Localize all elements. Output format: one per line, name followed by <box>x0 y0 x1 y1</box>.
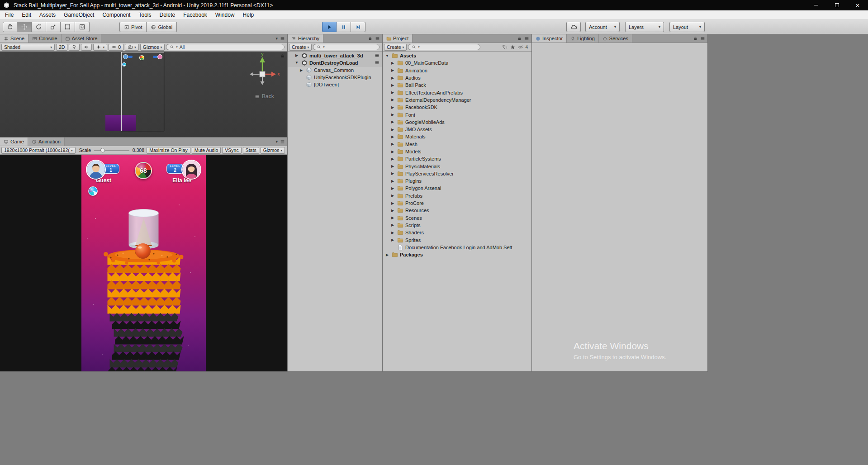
lock-icon[interactable] <box>693 36 698 41</box>
scene-effects-dropdown[interactable]: ▾ <box>93 44 107 51</box>
project-folder-row[interactable]: ▶ Resources <box>383 207 531 214</box>
expand-arrow-icon[interactable]: ▶ <box>390 216 395 220</box>
create-dropdown[interactable]: Create▾ <box>289 44 312 51</box>
expand-arrow-icon[interactable]: ▶ <box>390 157 395 161</box>
pan-tool-button[interactable] <box>3 22 17 32</box>
scene-orientation-gizmo[interactable]: y x <box>244 52 280 88</box>
project-folder-row[interactable]: ▶ Models <box>383 148 531 155</box>
layout-dropdown[interactable]: Layout▾ <box>669 22 705 32</box>
project-folder-row[interactable]: ▶ Materials <box>383 133 531 140</box>
tab-game[interactable]: Game <box>0 138 28 146</box>
project-folder-row[interactable]: ▶ GoogleMobileAds <box>383 119 531 126</box>
2d-toggle[interactable]: 2D <box>56 44 67 51</box>
scene-options-icon[interactable] <box>375 60 379 65</box>
expand-arrow-icon[interactable]: ▶ <box>299 68 304 72</box>
project-document-row[interactable]: Documentation Facebook Login and AdMob S… <box>383 244 531 251</box>
vsync-toggle[interactable]: VSync <box>222 147 241 154</box>
expand-arrow-icon[interactable]: ▶ <box>390 83 395 87</box>
tab-services[interactable]: Services <box>599 34 632 43</box>
menu-item[interactable]: Tools <box>134 10 155 19</box>
search-filter-caret-icon[interactable]: ▾ <box>323 45 325 49</box>
project-packages-row[interactable]: ▶ Packages <box>383 251 531 258</box>
project-folder-row[interactable]: ▶ ParticleSystems <box>383 155 531 162</box>
expand-arrow-icon[interactable]: ▶ <box>390 194 395 198</box>
close-button[interactable]: × <box>847 0 868 10</box>
layers-dropdown[interactable]: Layers▾ <box>625 22 664 32</box>
hierarchy-scene-row[interactable]: ▶ multi_tower_attack_3d <box>288 52 382 59</box>
scene-gizmos-dropdown[interactable]: Gizmos▾ <box>140 44 165 51</box>
expand-arrow-icon[interactable]: ▶ <box>390 223 395 227</box>
project-folder-row[interactable]: ▶ Prefabs <box>383 192 531 199</box>
project-folder-row[interactable]: ▶ FacebookSDK <box>383 104 531 111</box>
expand-arrow-icon[interactable]: ▶ <box>390 135 395 139</box>
project-folder-row[interactable]: ▶ Animation <box>383 67 531 74</box>
project-folder-row[interactable]: ▶ ProCore <box>383 199 531 207</box>
scene-search-input[interactable]: ▾All <box>166 44 285 50</box>
project-search-input[interactable]: ▾ <box>408 44 480 50</box>
expand-arrow-icon[interactable]: ▶ <box>390 231 395 235</box>
expand-arrow-icon[interactable]: ▶ <box>390 113 395 117</box>
hierarchy-search-input[interactable]: ▾ <box>313 44 379 50</box>
project-root-row[interactable]: ▼ Assets <box>383 52 531 59</box>
project-folder-row[interactable]: ▶ Sprites <box>383 236 531 243</box>
slider-knob[interactable] <box>100 148 105 152</box>
tab-console[interactable]: Console <box>28 34 61 43</box>
scene-viewport[interactable]: Back y x <box>0 52 287 137</box>
game-viewport[interactable]: LEVEL1 Guest 68 LEVEL2 Ella lee <box>0 155 287 371</box>
favorites-star-icon[interactable] <box>510 44 516 50</box>
hierarchy-item[interactable]: [DOTween] <box>288 81 382 88</box>
menu-item[interactable]: Edit <box>18 10 35 19</box>
expand-arrow-icon[interactable]: ▶ <box>390 128 395 132</box>
tab-inspector[interactable]: Inspector <box>532 34 567 43</box>
game-scale-slider[interactable] <box>94 150 129 151</box>
project-folder-row[interactable]: ▶ PlayServicesResolver <box>383 170 531 177</box>
expand-arrow-icon[interactable]: ▶ <box>390 171 395 176</box>
expand-arrow-icon[interactable]: ▶ <box>390 142 395 146</box>
rect-tool-button[interactable] <box>61 22 75 32</box>
expand-arrow-icon[interactable]: ▶ <box>390 98 395 102</box>
scene-visibility-toggle[interactable]: 0 <box>109 44 123 51</box>
project-folder-row[interactable]: ▶ Mesh <box>383 141 531 148</box>
minimize-button[interactable] <box>806 0 826 10</box>
stats-toggle[interactable]: Stats <box>243 147 259 154</box>
menu-item[interactable]: Window <box>211 10 239 19</box>
menu-item[interactable]: Component <box>98 10 134 19</box>
maximize-button[interactable] <box>826 0 847 10</box>
maximize-on-play-toggle[interactable]: Maximize On Play <box>147 147 190 154</box>
menu-item[interactable]: Help <box>239 10 258 19</box>
menu-item[interactable]: Assets <box>35 10 60 19</box>
project-folder-row[interactable]: ▶ 00_MainGameData <box>383 59 531 66</box>
scene-options-icon[interactable] <box>375 53 379 58</box>
expand-arrow-icon[interactable]: ▶ <box>384 253 390 257</box>
expand-arrow-icon[interactable]: ▶ <box>390 238 395 242</box>
project-folder-row[interactable]: ▶ Font <box>383 111 531 118</box>
account-dropdown[interactable]: Account▾ <box>585 22 620 32</box>
expand-arrow-icon[interactable]: ▶ <box>390 209 395 213</box>
lock-icon[interactable] <box>280 53 285 58</box>
rotate-tool-button[interactable] <box>32 22 46 32</box>
expand-arrow-icon[interactable]: ▶ <box>390 164 395 168</box>
hidden-packages-icon[interactable] <box>517 44 523 50</box>
project-folder-row[interactable]: ▶ ExternalDependencyManager <box>383 96 531 104</box>
pivot-toggle[interactable]: Pivot <box>119 22 147 32</box>
scale-tool-button[interactable] <box>46 22 61 32</box>
tab-project[interactable]: Project <box>383 34 413 43</box>
pause-button[interactable] <box>337 22 351 32</box>
project-folder-row[interactable]: ▶ JMO Assets <box>383 126 531 133</box>
global-toggle[interactable]: Global <box>147 22 177 32</box>
create-dropdown[interactable]: Create▾ <box>384 44 407 51</box>
tab-hierarchy[interactable]: Hierarchy <box>288 34 323 43</box>
expand-arrow-icon[interactable]: ▶ <box>390 150 395 154</box>
expand-arrow-icon[interactable]: ▶ <box>390 68 395 72</box>
collapse-arrow-icon[interactable]: ▼ <box>384 54 390 58</box>
game-gizmos-dropdown[interactable]: Gizmos▾ <box>261 147 285 154</box>
project-folder-row[interactable]: ▶ Ball Pack <box>383 81 531 89</box>
step-button[interactable] <box>351 22 365 32</box>
expand-arrow-icon[interactable]: ▶ <box>390 76 395 80</box>
menu-item[interactable]: Delete <box>155 10 179 19</box>
project-folder-row[interactable]: ▶ EffectTexturesAndPrefabs <box>383 89 531 96</box>
menu-item[interactable]: Facebook <box>179 10 211 19</box>
project-folder-row[interactable]: ▶ Scripts <box>383 222 531 229</box>
expand-arrow-icon[interactable]: ▶ <box>390 179 395 183</box>
expand-arrow-icon[interactable]: ▶ <box>390 90 395 95</box>
